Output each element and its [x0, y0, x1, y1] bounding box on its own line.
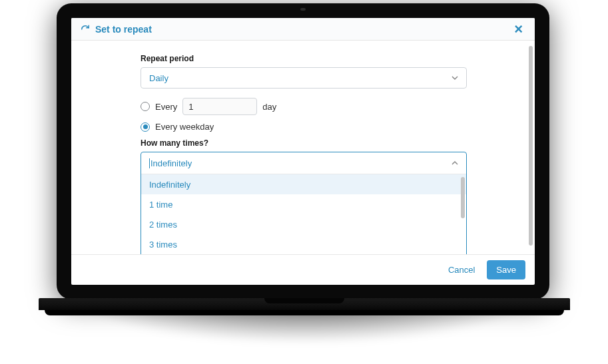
every-unit: day [262, 102, 276, 112]
save-button[interactable]: Save [487, 260, 525, 279]
times-option[interactable]: 1 time [141, 194, 466, 214]
laptop-frame: Set to repeat × Repeat period Daily [57, 3, 549, 309]
chevron-down-icon [452, 75, 458, 81]
repeat-icon [81, 25, 90, 34]
dialog-body: Repeat period Daily Every day [71, 41, 535, 254]
every-count-input[interactable] [182, 98, 257, 115]
every-label: Every [155, 102, 177, 112]
radio-weekday[interactable] [141, 122, 150, 132]
app-screen: Set to repeat × Repeat period Daily [71, 18, 535, 285]
how-many-label: How many times? [141, 138, 467, 148]
times-option[interactable]: 3 times [141, 234, 466, 254]
every-n-radio-row[interactable]: Every day [141, 98, 467, 115]
body-scrollbar[interactable] [529, 46, 533, 254]
times-option[interactable]: Indefinitely [141, 174, 466, 194]
times-input-value: Indefinitely [149, 158, 192, 168]
repeat-period-value: Daily [149, 73, 168, 83]
dialog-footer: Cancel Save [71, 254, 535, 285]
repeat-period-select[interactable]: Daily [141, 67, 467, 89]
every-weekday-radio-row[interactable]: Every weekday [141, 122, 467, 132]
dropdown-scrollbar[interactable] [461, 177, 465, 218]
repeat-period-label: Repeat period [141, 54, 467, 63]
cancel-button[interactable]: Cancel [442, 261, 481, 279]
times-input-row[interactable]: Indefinitely [141, 152, 466, 174]
times-option[interactable]: 2 times [141, 214, 466, 234]
dialog-title: Set to repeat [95, 24, 152, 35]
weekday-label: Every weekday [155, 122, 214, 132]
camera-dot [300, 8, 306, 11]
dialog-header: Set to repeat × [71, 18, 535, 41]
times-combobox[interactable]: Indefinitely Indefinitely 1 time 2 times… [141, 152, 467, 254]
chevron-up-icon [452, 160, 458, 166]
times-dropdown-list: Indefinitely 1 time 2 times 3 times 4 ti… [141, 174, 466, 254]
radio-every[interactable] [141, 102, 150, 111]
close-icon[interactable]: × [511, 21, 525, 38]
